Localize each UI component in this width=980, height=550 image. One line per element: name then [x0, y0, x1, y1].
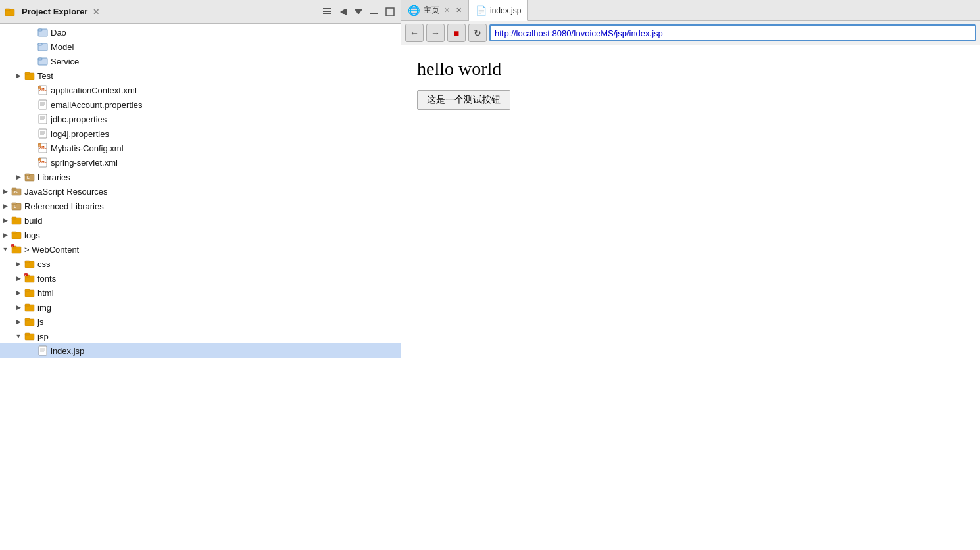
- svg-rect-5: [345, 9, 347, 15]
- project-explorer-icon: [4, 6, 16, 18]
- props-file-icon: [37, 113, 49, 125]
- expand-arrow[interactable]: [13, 172, 24, 182]
- tree-item-jsp[interactable]: jsp: [0, 329, 401, 343]
- url-bar[interactable]: [489, 24, 976, 41]
- xml-file-icon: XMLx: [37, 84, 49, 96]
- expand-arrow[interactable]: [13, 316, 24, 327]
- tab-bar: 🌐 主页 ✕ ✕ 📄 index.jsp: [401, 0, 980, 21]
- folder-icon: [24, 330, 36, 342]
- expand-arrow[interactable]: [0, 215, 11, 226]
- tree-item-indexjsp[interactable]: index.jsp: [0, 343, 401, 358]
- folder-icon: [11, 214, 22, 226]
- tab-home-label: 主页: [424, 5, 439, 16]
- svg-rect-59: [25, 261, 30, 262]
- expand-arrow[interactable]: [13, 331, 24, 341]
- maximize-button[interactable]: [383, 5, 397, 18]
- tree-item-jdbc[interactable]: jdbc.properties: [0, 112, 401, 126]
- tree-item-js[interactable]: js: [0, 314, 401, 329]
- svg-rect-21: [39, 100, 47, 109]
- folder-icon: [24, 70, 36, 82]
- tree-item-dao[interactable]: Dao: [0, 25, 401, 39]
- tree-item-log4j[interactable]: log4j.properties: [0, 126, 401, 141]
- browser-panel: 🌐 主页 ✕ ✕ 📄 index.jsp ← → ■ ↻: [401, 0, 980, 550]
- svg-rect-53: [12, 232, 16, 234]
- js-resources-icon: JS: [11, 186, 22, 197]
- tree-item-webcontent[interactable]: x > WebContent: [0, 242, 401, 257]
- folder-icon: [24, 287, 36, 299]
- view-menu-button[interactable]: [352, 5, 365, 18]
- tree-item-js-resources[interactable]: JS JavaScript Resources: [0, 184, 401, 199]
- tree-item-spring[interactable]: XMLx spring-servlet.xml: [0, 155, 401, 170]
- svg-rect-72: [39, 346, 47, 355]
- folder-icon: [24, 301, 36, 313]
- sync-icon: ✕: [93, 7, 99, 16]
- tab-indexjsp[interactable]: 📄 index.jsp: [469, 0, 528, 21]
- package-icon: [37, 55, 49, 67]
- tree-item-service[interactable]: Service: [0, 54, 401, 68]
- stop-button[interactable]: ■: [447, 24, 466, 42]
- tree-item-libraries[interactable]: L Libraries: [0, 170, 401, 184]
- tab-home-close[interactable]: ✕: [456, 6, 462, 14]
- svg-rect-7: [370, 13, 378, 14]
- svg-rect-51: [12, 217, 16, 219]
- expand-arrow[interactable]: [0, 201, 11, 211]
- refresh-button[interactable]: ↻: [468, 24, 487, 42]
- tree-item-model[interactable]: Model: [0, 39, 401, 54]
- package-icon: [37, 26, 49, 38]
- expand-arrow[interactable]: [0, 186, 11, 197]
- expand-arrow[interactable]: [13, 302, 24, 312]
- svg-rect-25: [39, 114, 47, 124]
- svg-rect-29: [39, 129, 47, 138]
- tree-item-img[interactable]: img: [0, 300, 401, 314]
- link-with-editor-button[interactable]: [336, 5, 349, 18]
- tree-item-referenced-libraries[interactable]: L Referenced Libraries: [0, 199, 401, 213]
- hello-world-text: hello world: [417, 59, 964, 80]
- expand-arrow[interactable]: [0, 244, 11, 255]
- back-button[interactable]: ←: [405, 24, 424, 42]
- tree-item-emailaccount[interactable]: emailAccount.properties: [0, 97, 401, 112]
- tree-item-build[interactable]: build: [0, 213, 401, 228]
- referenced-libraries-icon: L: [11, 200, 22, 212]
- expand-arrow[interactable]: [0, 230, 11, 240]
- expand-arrow[interactable]: [13, 259, 24, 269]
- collapse-all-button[interactable]: [320, 5, 333, 18]
- expand-arrow[interactable]: [13, 273, 24, 284]
- folder-icon: [24, 258, 36, 270]
- globe-icon: 🌐: [408, 5, 420, 16]
- minimize-button[interactable]: [368, 5, 381, 18]
- browser-content: hello world 这是一个测试按钮: [401, 45, 980, 550]
- forward-button[interactable]: →: [426, 24, 445, 42]
- tree-item-logs[interactable]: logs: [0, 228, 401, 242]
- xml-file-icon: XMLx: [37, 142, 49, 154]
- tab-home[interactable]: 🌐 主页 ✕ ✕: [401, 0, 469, 20]
- header-actions: [320, 5, 397, 18]
- svg-rect-69: [25, 318, 30, 320]
- tree-item-css[interactable]: css: [0, 257, 401, 271]
- project-tree: Dao Model Service: [0, 24, 401, 550]
- expand-arrow[interactable]: [13, 288, 24, 298]
- jsp-file-icon: [37, 345, 49, 357]
- svg-text:L: L: [14, 205, 16, 209]
- tab-sync-icon: ✕: [444, 6, 450, 14]
- tree-item-html[interactable]: html: [0, 286, 401, 300]
- svg-text:L: L: [27, 176, 30, 180]
- webcontent-folder-icon: x: [11, 243, 22, 255]
- tree-item-applicationcontext[interactable]: XMLx applicationContext.xml: [0, 83, 401, 97]
- xml-file-icon: XMLx: [37, 157, 49, 168]
- svg-rect-14: [38, 58, 42, 60]
- svg-rect-4: [323, 13, 331, 14]
- panel-header: Project Explorer ✕: [0, 0, 401, 24]
- tab-indexjsp-label: index.jsp: [490, 6, 521, 15]
- folder-err-icon: x: [24, 272, 36, 284]
- tree-item-test[interactable]: Test: [0, 68, 401, 83]
- expand-arrow[interactable]: [13, 70, 24, 81]
- svg-rect-65: [25, 289, 30, 291]
- svg-rect-16: [25, 72, 30, 74]
- tree-item-mybatis[interactable]: XMLx Mybatis-Config.xml: [0, 141, 401, 155]
- tree-item-fonts[interactable]: x fonts: [0, 271, 401, 286]
- svg-marker-6: [355, 9, 362, 14]
- libraries-icon: L: [24, 171, 36, 183]
- package-icon: [37, 41, 49, 53]
- test-button[interactable]: 这是一个测试按钮: [417, 90, 510, 110]
- file-icon: 📄: [476, 5, 487, 16]
